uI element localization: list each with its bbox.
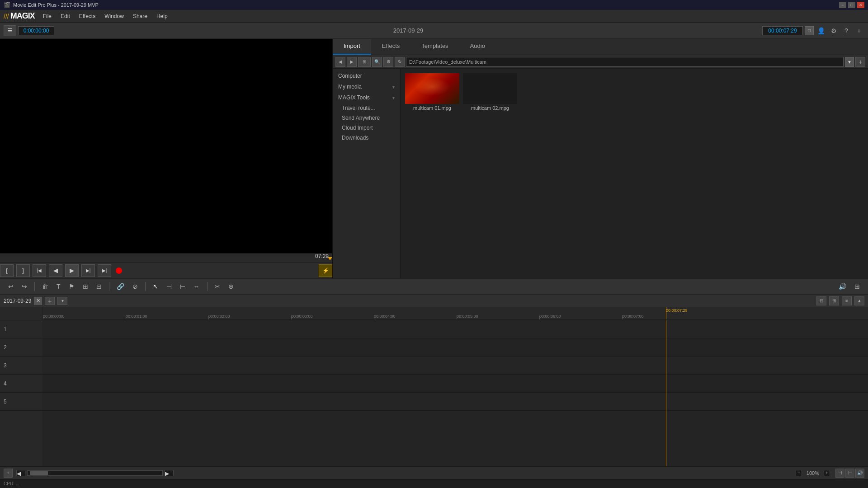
track-label-3: 3 (0, 357, 42, 375)
redo-button[interactable]: ↪ (19, 281, 30, 292)
next-frame-button[interactable]: ▶| (81, 264, 95, 277)
nav-cloud-import[interactable]: Cloud Import (333, 123, 400, 133)
nav-my-media[interactable]: My media ▾ (333, 81, 400, 92)
track-content[interactable] (43, 320, 868, 466)
toolbar-menu-btn[interactable]: ☰ (4, 25, 16, 36)
prev-mark-button[interactable]: |◀ (33, 264, 46, 277)
media-item-1[interactable]: multicam 01.mpg (405, 73, 459, 111)
volume-right-btn[interactable]: 🔊 (855, 469, 864, 478)
volume-btn[interactable]: 🔊 (836, 281, 849, 292)
media-item-2[interactable]: multicam 02.mpg (463, 73, 517, 111)
path-dropdown-button[interactable]: ▾ (845, 57, 854, 67)
status-bar: CPU: ... (0, 479, 868, 488)
prev-frame-button[interactable]: ◀ (49, 264, 62, 277)
cut-tool[interactable]: ✂ (212, 281, 223, 292)
nav-magix-tools[interactable]: MAGIX Tools ▾ (333, 92, 400, 103)
path-input[interactable] (406, 57, 844, 67)
restore-button[interactable]: □ (848, 2, 855, 8)
delete-button[interactable]: 🗑 (39, 281, 51, 292)
zoom-decrease-btn[interactable]: − (796, 470, 802, 476)
tl-view-btn-4[interactable]: ▲ (854, 296, 864, 305)
scroll-left-btn[interactable]: ◀ (16, 470, 25, 476)
scrub-handle[interactable] (328, 257, 332, 260)
boost-button[interactable]: ⚡ (319, 264, 332, 277)
toolbar-help-btn[interactable]: ? (841, 25, 852, 36)
timeline-dropdown-btn[interactable]: ▾ (57, 297, 67, 305)
maximize-preview-btn[interactable]: □ (805, 26, 814, 35)
link-button[interactable]: 🔗 (114, 281, 127, 292)
settings-button[interactable]: ⚙ (383, 57, 393, 67)
nav-send-anywhere[interactable]: Send Anywhere (333, 113, 400, 123)
scroll-right-btn[interactable]: ▶ (165, 470, 174, 476)
timeline-scrollbar[interactable] (27, 470, 163, 476)
search-button[interactable]: 🔍 (372, 57, 382, 67)
nav-forward-button[interactable]: ▶ (347, 57, 357, 67)
timeline-close-btn[interactable]: ✕ (34, 297, 42, 305)
mark-out-button[interactable]: ] (16, 264, 30, 277)
tl-view-btn-1[interactable]: ⊟ (816, 296, 826, 305)
nav-computer[interactable]: Computer (333, 70, 400, 81)
move-tool[interactable]: ↔ (191, 281, 203, 292)
zoom-increase-btn[interactable]: + (824, 470, 830, 476)
ruler-mark-6: 00:00:06:00 (539, 314, 561, 319)
select-tool[interactable]: ↖ (150, 281, 161, 292)
ruler-tick-4 (374, 317, 374, 319)
panel-toolbar: ◀ ▶ ⊞ 🔍 ⚙ ↻ ▾ + (333, 55, 868, 69)
fit-left-btn[interactable]: ⊣ (835, 469, 844, 478)
menu-edit[interactable]: Edit (56, 12, 75, 21)
preview-timebar[interactable]: 07:29 (0, 253, 332, 262)
mark-in-button[interactable]: [ (0, 264, 14, 277)
menu-effects[interactable]: Effects (75, 12, 100, 21)
current-time-display: 0:00:00:00 (18, 26, 54, 35)
toolbar-plus-btn[interactable]: + (854, 25, 864, 36)
view-toggle-button[interactable]: ⊞ (358, 57, 371, 67)
refresh-button[interactable]: ↻ (395, 57, 405, 67)
toolbar-settings-btn[interactable]: ⚙ (828, 25, 839, 36)
trim-tool[interactable]: ⊣ (164, 281, 175, 292)
play-button[interactable]: ▶ (65, 264, 79, 277)
insert-tool[interactable]: ⊕ (226, 281, 236, 292)
unlink-button[interactable]: ⊘ (130, 281, 141, 292)
nav-travel-route[interactable]: Travel route... (333, 103, 400, 113)
toolbar-profile-btn[interactable]: 👤 (816, 25, 826, 36)
snap-button[interactable]: ⊞ (80, 281, 91, 292)
group-button[interactable]: ⊟ (94, 281, 104, 292)
separator-1 (34, 282, 35, 291)
ruler-mark-3: 00:00:03:00 (291, 314, 313, 319)
marker-button[interactable]: ⚑ (66, 281, 77, 292)
add-track-button[interactable]: + (4, 469, 13, 478)
nav-back-button[interactable]: ◀ (335, 57, 345, 67)
split-tool[interactable]: ⊢ (177, 281, 188, 292)
nav-downloads[interactable]: Downloads (333, 133, 400, 143)
logo-bars: /// (4, 13, 9, 20)
record-indicator (116, 267, 122, 274)
fit-right-btn[interactable]: ⊢ (845, 469, 854, 478)
panel-tabs: Import Effects Templates Audio (333, 39, 868, 55)
menu-share[interactable]: Share (128, 12, 152, 21)
menu-window[interactable]: Window (100, 12, 128, 21)
minimize-button[interactable]: − (839, 2, 846, 8)
media-thumb-2 (463, 73, 517, 104)
close-button[interactable]: ✕ (857, 2, 864, 8)
next-mark-button[interactable]: ▶| (98, 264, 111, 277)
undo-button[interactable]: ↩ (5, 281, 16, 292)
timeline-ruler[interactable]: 00:00:00:00 00:00:01:00 00:00:02:00 00:0… (43, 307, 868, 320)
menu-file[interactable]: File (38, 12, 56, 21)
scrub-time: 07:29 (315, 253, 329, 259)
tab-effects[interactable]: Effects (371, 39, 411, 55)
tab-audio[interactable]: Audio (459, 39, 496, 55)
menu-help[interactable]: Help (152, 12, 172, 21)
track-row-5 (43, 393, 868, 411)
ruler-mark-5: 00:00:05:00 (457, 314, 478, 319)
separator-3 (145, 282, 146, 291)
grid-view-btn[interactable]: ⊞ (852, 281, 863, 292)
timeline-add-btn[interactable]: + (45, 297, 55, 305)
tab-templates[interactable]: Templates (410, 39, 459, 55)
tl-view-btn-2[interactable]: ⊞ (829, 296, 839, 305)
track-label-5: 5 (0, 393, 42, 411)
tl-view-btn-3[interactable]: ≡ (842, 296, 852, 305)
track-labels: 1 2 3 4 5 (0, 320, 43, 466)
text-button[interactable]: T (54, 281, 63, 292)
add-path-button[interactable]: + (855, 57, 865, 67)
tab-import[interactable]: Import (333, 39, 371, 55)
